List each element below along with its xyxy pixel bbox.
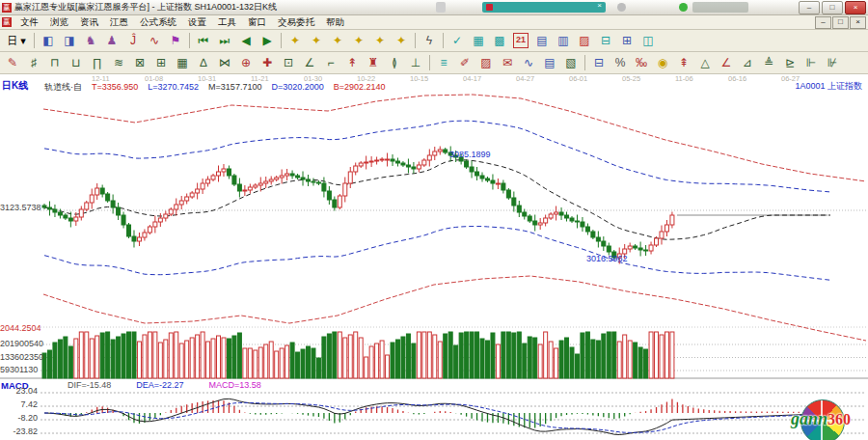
maximize-button[interactable]: □	[822, 1, 843, 14]
upper-band-T	[43, 95, 866, 181]
toolbar-icon[interactable]: ♟	[102, 31, 122, 50]
toolbar-icon[interactable]: ⊟	[596, 31, 615, 50]
toolbar-icon[interactable]: ∿	[519, 53, 538, 72]
menu-item[interactable]: 资讯	[80, 16, 98, 29]
toolbar-icon[interactable]: ↟	[342, 53, 362, 72]
toolbar-icon[interactable]: ▦	[173, 53, 192, 72]
toolbar-icon[interactable]: ‰	[632, 53, 651, 72]
date-label: 06-01	[569, 74, 587, 83]
menu-item[interactable]: 文件	[20, 16, 39, 29]
toolbar-icon[interactable]: ⊠	[130, 53, 149, 72]
toolbar-icon[interactable]: ▨	[575, 31, 594, 50]
toolbar-icon[interactable]: ▨	[476, 53, 496, 72]
toolbar-icon[interactable]: ◉	[653, 53, 672, 72]
toolbar-icon[interactable]: ✓	[448, 31, 467, 50]
toolbar-icon[interactable]: ▤	[540, 53, 559, 72]
toolbar-icon[interactable]: ✦	[285, 31, 305, 50]
toolbar-icon[interactable]: ⊓	[45, 53, 65, 72]
macd-axis-label: -8.20	[0, 413, 38, 423]
chart-area[interactable]: 12-1101-0810-3111-2101-3010-2210-1504-17…	[0, 74, 868, 440]
toolbar-icon[interactable]: ≬	[385, 53, 404, 72]
toolbar-icon[interactable]: ✦	[370, 31, 390, 50]
toolbar-icon[interactable]: ✎	[3, 53, 22, 72]
menu-item[interactable]: 交易委托	[278, 16, 314, 29]
mdi-restore-button[interactable]: □	[832, 16, 849, 29]
toolbar-icon[interactable]: ⊔	[67, 53, 86, 72]
toolbar-icon[interactable]: Ĵ	[123, 31, 143, 50]
toolbar-icon[interactable]: ⏭	[215, 31, 234, 50]
toolbar-icon[interactable]: ⊵	[780, 53, 800, 72]
middle-band-M	[44, 160, 830, 240]
toolbar-icon[interactable]: ✦	[392, 31, 411, 50]
toolbar-icon[interactable]: ⊞	[151, 53, 171, 72]
minimize-button[interactable]: –	[799, 1, 820, 14]
toolbar-icon[interactable]: ≡	[434, 53, 453, 72]
toolbar-icon[interactable]: ⊞	[617, 31, 637, 50]
menu-item[interactable]: 工具	[218, 16, 236, 29]
toolbar-icon[interactable]: ⊥	[406, 53, 425, 72]
toolbar-icon[interactable]: 21	[513, 33, 529, 48]
toolbar-icon[interactable]: ⊮	[823, 53, 842, 72]
toolbar-icon[interactable]: ≜	[759, 53, 778, 72]
toolbar-icon[interactable]: ◨	[60, 31, 79, 50]
toolbar-icon[interactable]: ◀	[236, 31, 256, 50]
toolbar-icon[interactable]: ⊿	[738, 53, 757, 72]
menu-item[interactable]: 窗口	[248, 16, 266, 29]
mdi-minimize-button[interactable]: –	[815, 16, 831, 29]
toolbar-icon[interactable]: ⏮	[194, 31, 213, 50]
toolbar-icon[interactable]: ▶	[258, 31, 277, 50]
toolbar-icon[interactable]: ✦	[328, 31, 347, 50]
menu-item[interactable]: 公式系统	[140, 16, 176, 29]
toolbar-icon[interactable]: ▦	[469, 31, 488, 50]
toolbar-icon[interactable]: ⊟	[589, 53, 609, 72]
macd-readout: DIF=-15.48DEA=-22.27MACD=13.58	[68, 380, 286, 390]
toolbar-icon[interactable]: ⋈	[215, 53, 234, 72]
toolbar-icon[interactable]: ϟ	[420, 31, 439, 50]
toolbar-icon[interactable]: ♯	[24, 53, 43, 72]
toolbar-icon[interactable]: ⚑	[166, 31, 185, 50]
toolbar-row-2: ✎♯⊓⊔∏≋⊠⊞▦∆⋈⊕✚⊡∠⌐↟♜≬⊥≡✐▨✉∿▤▧⊟%‰◉⇞△∠⊿≜⊵⊩⊮	[0, 52, 868, 74]
toolbar-icon[interactable]: ∿	[145, 31, 164, 50]
dea-line	[44, 402, 830, 432]
menu-item[interactable]: 设置	[188, 16, 206, 29]
close-button[interactable]: ×	[845, 1, 866, 14]
toolbar-icon[interactable]: ▩	[490, 31, 509, 50]
toolbar-separator	[415, 33, 416, 48]
toolbar-icon[interactable]: ✦	[349, 31, 368, 50]
toolbar-icon[interactable]: 日 ▾	[3, 31, 30, 50]
toolbar-icon[interactable]: ∠	[300, 53, 319, 72]
indicator-value: L=3270.7452	[148, 82, 199, 92]
toolbar-icon[interactable]: ✦	[307, 31, 326, 50]
toolbar-icon[interactable]: △	[695, 53, 715, 72]
toolbar-icon[interactable]: ◫	[638, 31, 658, 50]
toolbar-icon[interactable]: ∠	[717, 53, 736, 72]
toolbar-icon[interactable]: ♞	[81, 31, 100, 50]
toolbar-icon[interactable]: ⊡	[279, 53, 298, 72]
menu-item[interactable]: 江恩	[110, 16, 128, 29]
volume-axis-label: 133602350	[0, 352, 38, 362]
toolbar-icon[interactable]: ∆	[194, 53, 213, 72]
toolbar-icon[interactable]: ⊕	[236, 53, 256, 72]
toolbar-icon[interactable]: ⌐	[321, 53, 340, 72]
toolbar-icon[interactable]: ▤	[532, 31, 552, 50]
period-label[interactable]: 日K线	[2, 79, 28, 93]
toolbar-icon[interactable]: ▥	[554, 31, 573, 50]
toolbar-icon[interactable]: ▧	[561, 53, 581, 72]
toolbar-icon[interactable]: ≋	[109, 53, 128, 72]
toolbar-icon[interactable]: ⇞	[674, 53, 693, 72]
toolbar-icon[interactable]: ✚	[258, 53, 277, 72]
price-axis-label: 3123.5738	[0, 203, 38, 212]
price-axis-label-2: 2044.2504	[0, 323, 38, 333]
toolbar-icon[interactable]: ♜	[364, 53, 383, 72]
toolbar-icon[interactable]: ⊩	[801, 53, 821, 72]
menu-item[interactable]: 帮助	[326, 16, 344, 29]
toolbar-icon[interactable]: ✉	[498, 53, 517, 72]
mdi-close-button[interactable]: ×	[850, 16, 866, 29]
background-app-artifact	[617, 3, 626, 12]
toolbar-icon[interactable]: ∏	[88, 53, 107, 72]
toolbar-icon[interactable]: ◧	[39, 31, 58, 50]
menu-item[interactable]: 浏览	[50, 16, 68, 29]
toolbar-icon[interactable]: ✐	[455, 53, 475, 72]
toolbar-icon[interactable]: %	[610, 53, 630, 72]
dif-line	[44, 399, 830, 434]
